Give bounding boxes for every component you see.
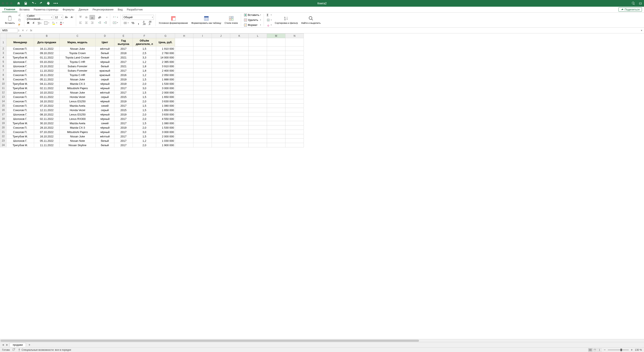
cell-D19[interactable]: синий: [96, 121, 114, 126]
fill-color-button[interactable]: ▾: [51, 21, 58, 25]
cell-M13[interactable]: [267, 95, 286, 99]
cut-button[interactable]: [17, 13, 22, 17]
cell-G22[interactable]: 2 000 000: [156, 134, 175, 139]
cell-L4[interactable]: [248, 55, 267, 60]
cell-A7[interactable]: Шолохов Г.: [6, 68, 34, 73]
name-box[interactable]: M55: [1, 28, 18, 33]
cell-C19[interactable]: Mazda Axela: [60, 121, 96, 126]
cell-F23[interactable]: 1,2: [133, 139, 156, 143]
cell-B10[interactable]: 04.11.2022: [34, 82, 60, 86]
comma-button[interactable]: ,: [136, 21, 141, 25]
decrease-indent-button[interactable]: [97, 20, 102, 25]
horizontal-scrollbar[interactable]: [0, 339, 644, 342]
cell-A17[interactable]: Шолохов Г.: [6, 112, 34, 117]
col-header-I[interactable]: I: [194, 34, 212, 38]
increase-font-button[interactable]: A▴: [64, 15, 69, 19]
cell-I10[interactable]: [194, 82, 212, 86]
cell-H9[interactable]: [175, 77, 194, 82]
cell-B17[interactable]: 08.10.2022: [34, 112, 60, 117]
cell-H18[interactable]: [175, 117, 194, 121]
cell-I16[interactable]: [194, 108, 212, 112]
cell-C14[interactable]: Lexus ES250: [60, 99, 96, 104]
cell-H16[interactable]: [175, 108, 194, 112]
cell-M20[interactable]: [267, 126, 286, 130]
row-header-14[interactable]: 14: [0, 99, 6, 104]
cell-N11[interactable]: [286, 86, 304, 90]
cell-G24[interactable]: 1 900 000: [156, 143, 175, 147]
cell-J6[interactable]: [212, 64, 230, 68]
name-box-down[interactable]: ▾: [18, 30, 19, 32]
underline-button[interactable]: Ч▾: [37, 21, 42, 25]
cell-H7[interactable]: [175, 68, 194, 73]
cell-D4[interactable]: белый: [96, 55, 114, 60]
cell-H8[interactable]: [175, 73, 194, 77]
cell-B23[interactable]: 05.11.2022: [34, 139, 60, 143]
row-header-3[interactable]: 3: [0, 51, 6, 55]
cell-I9[interactable]: [194, 77, 212, 82]
cell-I3[interactable]: [194, 51, 212, 55]
cell-L5[interactable]: [248, 60, 267, 64]
cell-G17[interactable]: 3 630 000: [156, 112, 175, 117]
cell-I1[interactable]: [194, 38, 212, 46]
cell-J3[interactable]: [212, 51, 230, 55]
row-header-7[interactable]: 7: [0, 68, 6, 73]
cell-B20[interactable]: 28.10.2022: [34, 126, 60, 130]
cell-N15[interactable]: [286, 104, 304, 108]
cell-E22[interactable]: 2017: [114, 134, 133, 139]
cell-C7[interactable]: Subaru Forester: [60, 68, 96, 73]
find-select-button[interactable]: Найти и выделить: [300, 15, 322, 25]
row-header-10[interactable]: 10: [0, 82, 6, 86]
cell-G13[interactable]: 1 650 000: [156, 95, 175, 99]
cell-F6[interactable]: 1,8: [133, 64, 156, 68]
col-header-J[interactable]: J: [212, 34, 230, 38]
cell-G9[interactable]: 1 888 000: [156, 77, 175, 82]
cell-M19[interactable]: [267, 121, 286, 126]
row-header-22[interactable]: 22: [0, 134, 6, 139]
cell-A23[interactable]: Шолохов Г.: [6, 139, 34, 143]
cell-F15[interactable]: 1,5: [133, 104, 156, 108]
col-header-H[interactable]: H: [175, 34, 194, 38]
cell-K6[interactable]: [230, 64, 248, 68]
cell-E17[interactable]: 2019: [114, 112, 133, 117]
cell-I5[interactable]: [194, 60, 212, 64]
row-header-20[interactable]: 20: [0, 126, 6, 130]
cell-I17[interactable]: [194, 112, 212, 117]
cell-F20[interactable]: 2,0: [133, 126, 156, 130]
add-sheet-button[interactable]: +: [27, 343, 32, 347]
close-dot[interactable]: [2, 2, 4, 4]
cell-D9[interactable]: серый: [96, 77, 114, 82]
cell-J8[interactable]: [212, 73, 230, 77]
cell-M7[interactable]: [267, 68, 286, 73]
cell-N3[interactable]: [286, 51, 304, 55]
cell-K15[interactable]: [230, 104, 248, 108]
cell-A21[interactable]: Соколов П.: [6, 130, 34, 134]
cell-H15[interactable]: [175, 104, 194, 108]
zoom-level[interactable]: 130 %: [635, 349, 642, 351]
cell-E4[interactable]: 2021: [114, 55, 133, 60]
row-header-15[interactable]: 15: [0, 104, 6, 108]
ribbon-tab-5[interactable]: Рецензирование: [90, 7, 116, 12]
cell-D16[interactable]: серый: [96, 108, 114, 112]
cell-D2[interactable]: жёлтый: [96, 46, 114, 51]
cell-I21[interactable]: [194, 130, 212, 134]
cell-A16[interactable]: Соколов П.: [6, 108, 34, 112]
cell-G5[interactable]: 2 365 000: [156, 60, 175, 64]
print-icon[interactable]: [46, 1, 50, 5]
cell-I8[interactable]: [194, 73, 212, 77]
col-header-N[interactable]: N: [286, 34, 304, 38]
cell-B1[interactable]: Дата продажи: [34, 38, 60, 46]
cell-I14[interactable]: [194, 99, 212, 104]
cell-F3[interactable]: 2,5: [133, 51, 156, 55]
row-header-6[interactable]: 6: [0, 64, 6, 68]
col-header-F[interactable]: F: [133, 34, 156, 38]
cell-L14[interactable]: [248, 99, 267, 104]
cell-D15[interactable]: синий: [96, 104, 114, 108]
cell-N14[interactable]: [286, 99, 304, 104]
cell-N20[interactable]: [286, 126, 304, 130]
cell-C15[interactable]: Mazda Axela: [60, 104, 96, 108]
cancel-formula-icon[interactable]: ✕: [22, 29, 24, 32]
cell-I13[interactable]: [194, 95, 212, 99]
cell-D7[interactable]: красный: [96, 68, 114, 73]
col-header-M[interactable]: M: [267, 34, 286, 38]
cell-I6[interactable]: [194, 64, 212, 68]
